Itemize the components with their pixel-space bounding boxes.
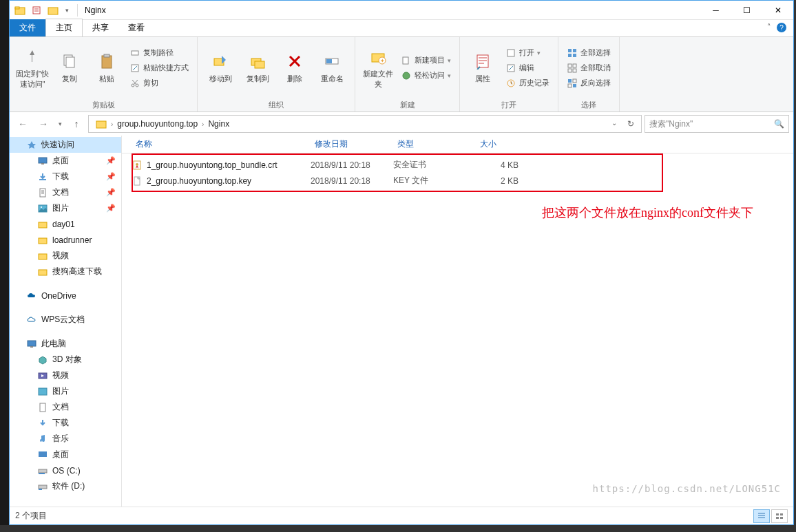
sidebar-item-videos-quick[interactable]: 视频 <box>10 248 121 264</box>
close-button[interactable]: ✕ <box>762 1 793 20</box>
folder-icon <box>12 3 28 18</box>
move-to-button[interactable]: 移动到 <box>203 44 238 92</box>
copy-to-button[interactable]: 复制到 <box>240 44 275 92</box>
properties-icon <box>473 52 492 71</box>
svg-rect-51 <box>28 341 36 346</box>
select-none-icon <box>567 63 578 74</box>
column-header-name[interactable]: 名称 <box>132 138 311 150</box>
tab-file[interactable]: 文件 <box>10 19 45 36</box>
new-item-button[interactable]: 新建项目 ▾ <box>398 53 454 68</box>
nav-history-dropdown[interactable]: ▾ <box>55 115 65 133</box>
nav-forward-button[interactable]: → <box>34 115 52 133</box>
svg-rect-33 <box>573 64 576 67</box>
svg-rect-55 <box>40 403 45 412</box>
paste-shortcut-button[interactable]: 粘贴快捷方式 <box>127 61 191 76</box>
svg-rect-58 <box>39 473 45 474</box>
svg-rect-22 <box>403 57 408 64</box>
pin-icon: 📌 <box>106 204 116 213</box>
nav-up-button[interactable]: ↑ <box>67 115 85 133</box>
svg-rect-36 <box>568 79 572 83</box>
nav-back-button[interactable]: ← <box>14 115 32 133</box>
breadcrumb[interactable]: Nginx <box>204 119 233 129</box>
rename-icon <box>322 52 342 71</box>
sidebar-item-onedrive[interactable]: OneDrive <box>10 288 121 304</box>
sidebar-item-desktop[interactable]: 桌面📌 <box>10 153 121 169</box>
history-button[interactable]: 历史记录 <box>503 76 552 91</box>
pin-quick-access-button[interactable]: 固定到"快速访问" <box>15 44 50 92</box>
refresh-icon[interactable]: ↻ <box>623 119 638 129</box>
sidebar-item-quick-access[interactable]: 快速访问 <box>10 137 121 153</box>
open-button[interactable]: 打开 ▾ <box>503 45 552 61</box>
column-header-type[interactable]: 类型 <box>393 138 476 150</box>
file-row[interactable]: 1_group.huoyuntong.top_bundle.crt 2018/9… <box>132 157 793 173</box>
qat-dropdown-icon[interactable]: ▾ <box>62 3 72 18</box>
file-icon <box>132 175 143 187</box>
sidebar-item-drive-c[interactable]: OS (C:) <box>10 462 121 478</box>
pin-icon: 📌 <box>106 156 116 165</box>
new-folder-button[interactable]: ✦新建文件夹 <box>361 44 395 92</box>
sidebar-item-pictures-pc[interactable]: 图片 <box>10 383 121 399</box>
sidebar-item-this-pc[interactable]: 此电脑 <box>10 336 121 352</box>
sidebar-item-desktop-pc[interactable]: 桌面 <box>10 447 121 462</box>
sidebar-item-music[interactable]: 音乐 <box>10 431 121 447</box>
video-icon <box>37 370 48 381</box>
svg-rect-65 <box>780 513 783 515</box>
copy-button[interactable]: 复制 <box>52 44 87 92</box>
delete-button[interactable]: 删除 <box>277 44 312 92</box>
star-icon <box>26 140 37 151</box>
qat-folder-icon[interactable] <box>45 3 61 18</box>
help-icon[interactable]: ? <box>777 23 786 32</box>
onedrive-icon <box>26 290 37 301</box>
qat-properties-icon[interactable] <box>29 3 44 18</box>
svg-rect-48 <box>39 238 47 244</box>
breadcrumb[interactable]: group.huoyuntong.top <box>113 119 202 129</box>
tab-home[interactable]: 主页 <box>45 19 83 36</box>
invert-selection-button[interactable]: 反向选择 <box>564 76 614 91</box>
view-details-button[interactable] <box>753 509 770 523</box>
paste-button[interactable]: 粘贴 <box>90 44 124 92</box>
maximize-button[interactable]: ☐ <box>731 1 762 20</box>
music-icon <box>37 434 48 445</box>
tab-view[interactable]: 查看 <box>118 19 154 36</box>
copy-path-button[interactable]: 复制路径 <box>127 45 191 61</box>
sidebar-item-videos[interactable]: 视频 <box>10 368 121 383</box>
select-all-button[interactable]: 全部选择 <box>564 45 614 61</box>
sidebar-item-documents-pc[interactable]: 文档 <box>10 399 121 415</box>
sidebar-item-downloads-pc[interactable]: 下载 <box>10 415 121 431</box>
cut-button[interactable]: 剪切 <box>127 76 191 91</box>
sidebar-item-documents[interactable]: 文档📌 <box>10 184 121 200</box>
sidebar-item-downloads[interactable]: 下载📌 <box>10 169 121 184</box>
sidebar-item-loadrunner[interactable]: loadrunner <box>10 232 121 248</box>
view-icons-button[interactable] <box>771 509 788 523</box>
tab-share[interactable]: 共享 <box>83 19 118 36</box>
easy-access-button[interactable]: 轻松访问 ▾ <box>398 68 454 83</box>
minimize-button[interactable]: ─ <box>700 1 731 20</box>
picture-icon <box>37 386 48 397</box>
address-bar[interactable]: › group.huoyuntong.top › Nginx ⌄ ↻ <box>88 115 642 133</box>
edit-button[interactable]: 编辑 <box>503 61 552 76</box>
pc-icon <box>26 339 37 350</box>
file-row[interactable]: 2_group.huoyuntong.top.key 2018/9/11 20:… <box>132 173 793 189</box>
svg-point-46 <box>41 206 42 208</box>
addr-dropdown-icon[interactable]: ⌄ <box>607 119 622 129</box>
svg-point-62 <box>136 163 138 166</box>
svg-rect-31 <box>573 54 576 57</box>
collapse-ribbon-icon[interactable]: ˄ <box>767 23 771 32</box>
sidebar-item-3d-objects[interactable]: 3D 对象 <box>10 352 121 368</box>
svg-rect-24 <box>477 55 488 67</box>
sidebar-item-sogou[interactable]: 搜狗高速下载 <box>10 264 121 279</box>
column-header-date[interactable]: 修改日期 <box>311 138 393 150</box>
select-none-button[interactable]: 全部取消 <box>564 61 614 76</box>
select-all-icon <box>567 47 578 58</box>
column-header-size[interactable]: 大小 <box>476 138 531 150</box>
drive-icon <box>37 481 48 492</box>
rename-button[interactable]: 重命名 <box>315 44 349 92</box>
svg-rect-49 <box>39 254 47 259</box>
sidebar-item-pictures[interactable]: 图片📌 <box>10 200 121 216</box>
ribbon-group-open: 属性 打开 ▾ 编辑 历史记录 打开 <box>460 37 558 111</box>
sidebar-item-drive-d[interactable]: 软件 (D:) <box>10 478 121 494</box>
properties-button[interactable]: 属性 <box>465 44 500 92</box>
search-input[interactable]: 搜索"Nginx" 🔍 <box>645 115 789 133</box>
sidebar-item-wps[interactable]: WPS云文档 <box>10 312 121 328</box>
sidebar-item-day01[interactable]: day01 <box>10 216 121 232</box>
